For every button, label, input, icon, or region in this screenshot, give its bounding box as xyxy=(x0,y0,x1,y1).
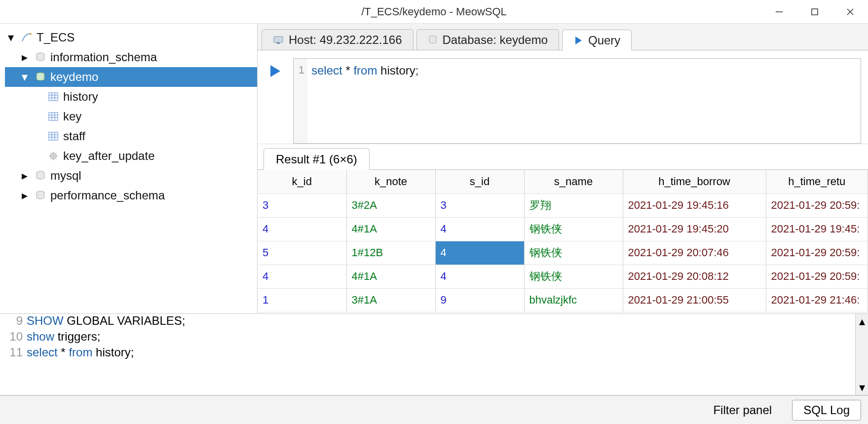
grid-cell[interactable]: 2021-01-29 19:45: xyxy=(766,217,868,241)
tree-db-label: keydemo xyxy=(50,70,98,84)
grid-cell[interactable]: 1#12B xyxy=(346,241,435,265)
svg-point-8 xyxy=(52,155,54,157)
database-icon xyxy=(428,35,438,45)
grid-cell[interactable]: 3 xyxy=(258,193,346,217)
chevron-down-icon[interactable]: ▾ xyxy=(19,70,31,84)
chevron-right-icon[interactable]: ▸ xyxy=(19,169,31,183)
result-grid[interactable]: k_idk_notes_ids_nameh_time_borrowh_time_… xyxy=(258,170,868,313)
grid-cell[interactable]: 1 xyxy=(258,288,346,312)
grid-cell[interactable]: 2021-01-29 20:59: xyxy=(766,265,868,288)
tab-database[interactable]: Database: keydemo xyxy=(416,29,559,50)
scroll-down-icon[interactable]: ▾ xyxy=(856,380,868,395)
sql-log-panel[interactable]: 9SHOW GLOBAL VARIABLES;10show triggers;1… xyxy=(0,314,868,395)
scroll-up-icon[interactable]: ▴ xyxy=(856,314,868,329)
chevron-down-icon[interactable]: ▾ xyxy=(5,31,17,44)
svg-point-1 xyxy=(30,33,32,35)
grid-cell[interactable]: 4#1A xyxy=(346,265,435,288)
database-active-icon xyxy=(34,72,47,82)
grid-cell[interactable]: 4 xyxy=(435,241,524,265)
query-editor[interactable]: 1 select * from history; xyxy=(293,58,861,144)
tab-host[interactable]: Host: 49.232.222.166 xyxy=(262,29,414,50)
tree-table-key[interactable]: key xyxy=(5,107,257,126)
run-query-button[interactable] xyxy=(264,60,286,82)
grid-cell[interactable]: 4 xyxy=(435,217,524,241)
maximize-button[interactable] xyxy=(797,0,832,24)
log-line[interactable]: 9SHOW GLOBAL VARIABLES; xyxy=(0,314,855,330)
grid-cell[interactable]: 9 xyxy=(435,288,524,312)
grid-cell[interactable]: 罗翔 xyxy=(524,193,623,217)
grid-cell[interactable]: 钢铁侠 xyxy=(524,265,623,288)
tab-host-label: Host: 49.232.222.166 xyxy=(289,33,402,47)
grid-cell[interactable]: 2021-01-29 21:00:55 xyxy=(623,288,766,312)
database-icon xyxy=(34,52,47,63)
grid-cell[interactable]: bhvalzjkfc xyxy=(524,288,623,312)
column-header[interactable]: k_id xyxy=(258,170,346,193)
chevron-right-icon[interactable]: ▸ xyxy=(19,189,31,202)
result-tabs: Result #1 (6×6) xyxy=(258,144,868,170)
tree-server[interactable]: ▾ T_ECS xyxy=(5,28,257,47)
tree-table-label: staff xyxy=(63,129,85,143)
grid-cell[interactable]: 4 xyxy=(435,265,524,288)
grid-cell[interactable]: 5 xyxy=(258,241,346,265)
grid-cell[interactable]: 4 xyxy=(258,265,346,288)
minimize-button[interactable] xyxy=(761,0,797,24)
title-bar: /T_ECS/keydemo - MeowSQL xyxy=(0,0,868,24)
table-row[interactable]: 51#12B4钢铁侠2021-01-29 20:07:462021-01-29 … xyxy=(258,241,868,265)
column-header[interactable]: h_time_retu xyxy=(766,170,868,193)
svg-rect-6 xyxy=(49,132,58,140)
grid-cell[interactable]: 2021-01-29 20:59: xyxy=(766,193,868,217)
tree-table-history[interactable]: history xyxy=(5,87,257,107)
grid-cell[interactable]: 4#1A xyxy=(346,217,435,241)
table-row[interactable]: 33#2A3罗翔2021-01-29 19:45:162021-01-29 20… xyxy=(258,193,868,217)
log-line[interactable]: 11select * from history; xyxy=(0,346,855,361)
result-tab-1[interactable]: Result #1 (6×6) xyxy=(264,148,370,170)
tree-table-label: history xyxy=(63,90,98,104)
table-row[interactable]: 44#1A4钢铁侠2021-01-29 19:45:202021-01-29 1… xyxy=(258,217,868,241)
tree-db-performance_schema[interactable]: ▸ performance_schema xyxy=(5,186,257,205)
grid-cell[interactable]: 2021-01-29 19:45:16 xyxy=(623,193,766,217)
table-row[interactable]: 44#1A4钢铁侠2021-01-29 20:08:122021-01-29 2… xyxy=(258,265,868,288)
chevron-right-icon[interactable]: ▸ xyxy=(19,50,31,64)
column-header[interactable]: s_id xyxy=(435,170,524,193)
gear-icon xyxy=(46,151,60,161)
log-line[interactable]: 10show triggers; xyxy=(0,330,855,346)
filter-panel-button[interactable]: Filter panel xyxy=(702,400,783,421)
column-header[interactable]: s_name xyxy=(524,170,623,193)
tree-db-mysql[interactable]: ▸ mysql xyxy=(5,166,257,186)
server-icon xyxy=(20,32,34,43)
tree-db-label: performance_schema xyxy=(50,189,165,202)
column-header[interactable]: k_note xyxy=(346,170,435,193)
main-tabs: Host: 49.232.222.166 Database: keydemo Q… xyxy=(258,24,868,50)
svg-rect-5 xyxy=(49,113,58,120)
grid-cell[interactable]: 2021-01-29 20:08:12 xyxy=(623,265,766,288)
column-header[interactable]: h_time_borrow xyxy=(623,170,766,193)
sql-log-button[interactable]: SQL Log xyxy=(792,400,861,421)
grid-cell[interactable]: 4 xyxy=(258,217,346,241)
grid-cell[interactable]: 2021-01-29 20:59: xyxy=(766,241,868,265)
tree-trigger-key_after_update[interactable]: key_after_update xyxy=(5,146,257,166)
grid-cell[interactable]: 2021-01-29 21:46: xyxy=(766,288,868,312)
log-scrollbar[interactable]: ▴ ▾ xyxy=(855,314,868,395)
tree-db-keydemo[interactable]: ▾ keydemo xyxy=(5,67,257,87)
tree-table-staff[interactable]: staff xyxy=(5,126,257,146)
tree-trigger-label: key_after_update xyxy=(63,149,154,163)
grid-cell[interactable]: 2021-01-29 19:45:20 xyxy=(623,217,766,241)
tree-db-information_schema[interactable]: ▸ information_schema xyxy=(5,47,257,67)
grid-cell[interactable]: 钢铁侠 xyxy=(524,241,623,265)
token-keyword: select xyxy=(311,64,342,77)
grid-cell[interactable]: 3#2A xyxy=(346,193,435,217)
tab-query-label: Query xyxy=(588,34,620,47)
grid-cell[interactable]: 3 xyxy=(435,193,524,217)
close-button[interactable] xyxy=(832,0,868,24)
tab-query[interactable]: Query xyxy=(562,30,632,50)
grid-cell[interactable]: 3#1A xyxy=(346,288,435,312)
grid-cell[interactable]: 2021-01-29 20:07:46 xyxy=(623,241,766,265)
host-icon xyxy=(273,35,284,45)
grid-cell[interactable]: 钢铁侠 xyxy=(524,217,623,241)
table-icon xyxy=(46,91,60,102)
svg-rect-0 xyxy=(812,9,818,15)
table-row[interactable]: 13#1A9bhvalzjkfc2021-01-29 21:00:552021-… xyxy=(258,288,868,312)
sidebar-tree[interactable]: ▾ T_ECS ▸ information_schema ▾ keydemo xyxy=(0,24,258,313)
table-icon xyxy=(46,111,60,122)
database-icon xyxy=(34,170,47,181)
